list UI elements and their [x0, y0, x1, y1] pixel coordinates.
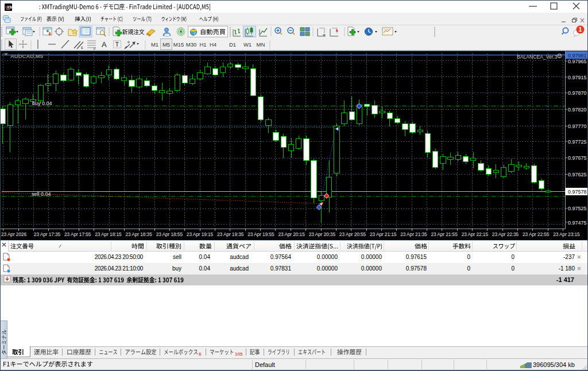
svg-text:0.97675: 0.97675 — [568, 155, 587, 161]
svg-text:0.97820: 0.97820 — [568, 107, 587, 113]
svg-text:buy 0.04: buy 0.04 — [32, 101, 52, 106]
svg-text:0.97981: 0.97981 — [568, 53, 587, 59]
svg-text:0.97870: 0.97870 — [568, 90, 587, 96]
svg-text:23 Apr 23:15: 23 Apr 23:15 — [553, 231, 580, 237]
svg-text:23 Apr 19:55: 23 Apr 19:55 — [247, 231, 274, 237]
svg-text:23 Apr 18:35: 23 Apr 18:35 — [125, 231, 152, 237]
svg-text:0.97525: 0.97525 — [568, 206, 587, 211]
svg-text:0.97578: 0.97578 — [568, 189, 587, 195]
svg-text:BALANCEA_Ver.3: BALANCEA_Ver.3 — [517, 54, 557, 60]
svg-text:0.97725: 0.97725 — [568, 139, 587, 145]
svg-text:23 Apr 2026: 23 Apr 2026 — [1, 231, 27, 237]
svg-text:0.97965: 0.97965 — [568, 59, 587, 64]
svg-text:23 Apr 17:35: 23 Apr 17:35 — [34, 231, 61, 237]
svg-text:23 Apr 22:35: 23 Apr 22:35 — [492, 231, 519, 237]
svg-text:23 Apr 19:15: 23 Apr 19:15 — [187, 231, 214, 237]
svg-text:0.97625: 0.97625 — [568, 172, 587, 177]
svg-text:0.97770: 0.97770 — [568, 123, 587, 129]
svg-text:23 Apr 20:15: 23 Apr 20:15 — [278, 231, 305, 237]
svg-text:23 Apr 18:15: 23 Apr 18:15 — [95, 231, 122, 237]
svg-text:sell 0.04: sell 0.04 — [32, 191, 51, 197]
svg-text:AUDCAD,M5: AUDCAD,M5 — [10, 53, 44, 59]
svg-text:23 Apr 22:15: 23 Apr 22:15 — [462, 231, 489, 237]
svg-text:23 Apr 22:55: 23 Apr 22:55 — [523, 231, 550, 237]
svg-text:23 Apr 20:35: 23 Apr 20:35 — [309, 231, 336, 237]
svg-text:23 Apr 21:55: 23 Apr 21:55 — [431, 231, 458, 237]
svg-text:23 Apr 21:35: 23 Apr 21:35 — [400, 231, 427, 237]
svg-text:23 Apr 21:15: 23 Apr 21:15 — [370, 231, 397, 237]
svg-text:23 Apr 20:55: 23 Apr 20:55 — [339, 231, 366, 237]
svg-text:0.97475: 0.97475 — [568, 220, 587, 226]
svg-text:23 Apr 18:55: 23 Apr 18:55 — [156, 231, 183, 237]
svg-text:23 Apr 19:35: 23 Apr 19:35 — [217, 231, 244, 237]
svg-text:0.97915: 0.97915 — [568, 75, 587, 80]
svg-text:23 Apr 17:55: 23 Apr 17:55 — [64, 231, 91, 237]
